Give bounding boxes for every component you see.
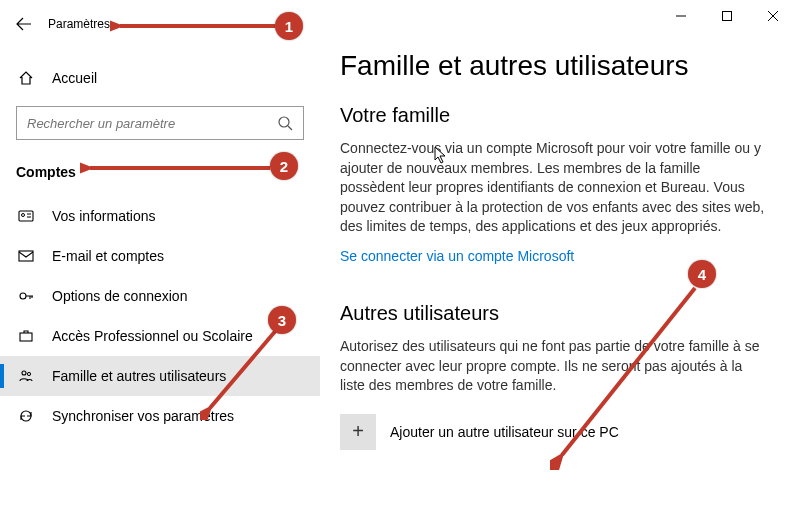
nav-label: Vos informations <box>52 208 156 224</box>
minimize-button[interactable] <box>658 0 704 32</box>
signin-microsoft-link[interactable]: Se connecter via un compte Microsoft <box>340 248 574 264</box>
plus-icon: + <box>340 414 376 450</box>
arrow-1 <box>110 14 280 38</box>
back-button[interactable] <box>8 8 40 40</box>
svg-rect-8 <box>723 12 732 21</box>
svg-line-12 <box>562 288 695 455</box>
svg-rect-1 <box>19 211 33 221</box>
arrow-4 <box>550 280 710 470</box>
sync-icon <box>16 408 36 424</box>
svg-rect-5 <box>20 333 32 341</box>
family-heading: Votre famille <box>340 104 766 127</box>
id-card-icon <box>16 208 36 224</box>
svg-point-0 <box>279 117 289 127</box>
home-icon <box>16 70 36 86</box>
mail-icon <box>16 248 36 264</box>
nav-label: Options de connexion <box>52 288 187 304</box>
search-box[interactable] <box>16 106 304 140</box>
svg-rect-3 <box>19 251 33 261</box>
sidebar-item-your-info[interactable]: Vos informations <box>0 196 320 236</box>
search-icon <box>277 115 293 131</box>
callout-2: 2 <box>270 152 298 180</box>
home-label: Accueil <box>52 70 97 86</box>
svg-point-2 <box>22 214 25 217</box>
search-input[interactable] <box>27 116 277 131</box>
window-controls <box>658 0 796 32</box>
callout-3: 3 <box>268 306 296 334</box>
family-body: Connectez-vous via un compte Microsoft p… <box>340 139 766 237</box>
cursor-icon <box>434 146 448 164</box>
key-icon <box>16 288 36 304</box>
svg-point-6 <box>22 371 26 375</box>
svg-point-4 <box>20 293 26 299</box>
svg-line-11 <box>210 328 278 408</box>
sidebar-home[interactable]: Accueil <box>0 60 320 96</box>
arrow-3 <box>200 320 290 420</box>
minimize-icon <box>676 11 686 21</box>
briefcase-icon <box>16 328 36 344</box>
people-icon <box>16 368 36 384</box>
arrow-2 <box>80 156 275 180</box>
app-title: Paramètres <box>48 17 110 31</box>
back-arrow-icon <box>16 16 32 32</box>
close-button[interactable] <box>750 0 796 32</box>
close-icon <box>768 11 778 21</box>
callout-1: 1 <box>275 12 303 40</box>
maximize-button[interactable] <box>704 0 750 32</box>
nav-label: E-mail et comptes <box>52 248 164 264</box>
sidebar: Paramètres Accueil Comptes Vos informati… <box>0 0 320 522</box>
svg-point-7 <box>27 372 30 375</box>
callout-4: 4 <box>688 260 716 288</box>
maximize-icon <box>722 11 732 21</box>
page-title: Famille et autres utilisateurs <box>340 50 766 82</box>
sidebar-item-email-accounts[interactable]: E-mail et comptes <box>0 236 320 276</box>
